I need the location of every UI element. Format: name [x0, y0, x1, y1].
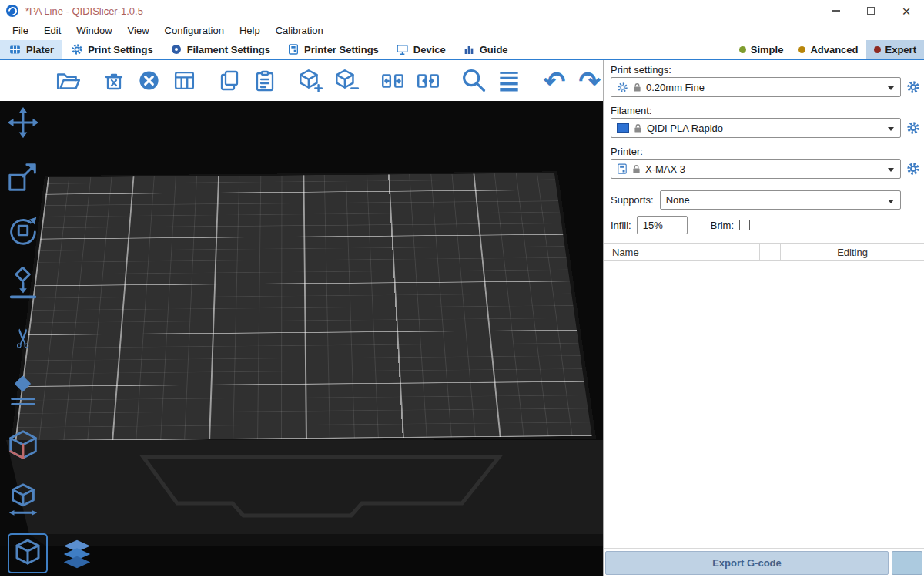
copy-button[interactable] — [216, 66, 243, 96]
menu-configuration[interactable]: Configuration — [157, 22, 232, 40]
tab-bar: Plater Print Settings Filament Settings … — [0, 40, 924, 60]
seam-paint-button[interactable] — [5, 374, 42, 411]
split-parts-button[interactable] — [414, 66, 441, 96]
infill-label: Infill: — [611, 220, 631, 231]
rotate-button[interactable] — [5, 212, 42, 249]
tab-print-settings-label: Print Settings — [88, 44, 153, 55]
printer-label: Printer: — [611, 146, 917, 157]
column-editing-label: Editing — [837, 247, 868, 258]
multimaterial-paint-icon — [5, 428, 41, 464]
device-icon — [396, 43, 409, 56]
split-objects-icon — [380, 68, 406, 94]
minimize-icon — [832, 10, 840, 12]
arrange-button[interactable] — [171, 66, 198, 96]
column-header-editing[interactable]: Editing — [781, 247, 924, 258]
brim-label: Brim: — [711, 220, 734, 231]
mode-advanced[interactable]: Advanced — [791, 40, 865, 59]
tab-guide-label: Guide — [480, 44, 508, 55]
maximize-button[interactable] — [853, 0, 889, 22]
viewport: ↶ ↷ — [0, 60, 603, 576]
mode-advanced-label: Advanced — [810, 44, 858, 55]
minimize-button[interactable] — [818, 0, 853, 22]
filament-label: Filament: — [611, 105, 917, 116]
tab-plater-label: Plater — [26, 44, 54, 55]
lock-icon — [634, 123, 642, 133]
tab-print-settings[interactable]: Print Settings — [62, 40, 162, 59]
filament-combo[interactable]: QIDI PLA Rapido — [611, 118, 901, 138]
column-header-extruder[interactable] — [760, 244, 781, 260]
menu-help[interactable]: Help — [232, 22, 268, 40]
brim-checkbox[interactable] — [739, 220, 750, 230]
3d-canvas[interactable]: ✂ — [0, 101, 603, 576]
search-icon — [460, 66, 487, 96]
multimaterial-paint-button[interactable] — [5, 428, 42, 465]
cut-button[interactable]: ✂ — [5, 320, 42, 357]
mode-simple[interactable]: Simple — [732, 40, 792, 59]
add-instance-icon — [296, 67, 324, 95]
preview-view-button[interactable] — [57, 533, 97, 573]
plater-icon — [8, 43, 22, 56]
split-objects-button[interactable] — [379, 66, 406, 96]
3d-editor-view-button[interactable] — [8, 533, 48, 573]
column-header-name[interactable]: Name — [604, 244, 760, 260]
arrange-grid-icon — [172, 68, 197, 93]
gear-icon — [906, 162, 920, 176]
delete-all-button[interactable] — [136, 66, 162, 96]
measure-button[interactable] — [5, 482, 42, 519]
tab-device-label: Device — [413, 44, 446, 55]
filament-settings-icon — [170, 43, 182, 55]
undo-button[interactable]: ↶ — [541, 66, 568, 96]
tab-guide[interactable]: Guide — [454, 40, 517, 59]
scale-button[interactable] — [5, 158, 42, 195]
copy-icon — [217, 69, 242, 93]
close-icon: × — [902, 4, 910, 18]
variable-layer-height-button[interactable] — [496, 66, 523, 96]
tab-plater[interactable]: Plater — [0, 40, 62, 59]
seam-paint-icon — [5, 375, 41, 410]
title-bar: *PA Line - QIDISlicer-1.0.5 × — [0, 0, 924, 22]
export-options-button[interactable] — [892, 551, 922, 575]
print-settings-gear-button[interactable] — [905, 77, 922, 97]
supports-combo[interactable]: None — [660, 190, 901, 210]
open-project-button[interactable] — [55, 66, 82, 96]
add-instance-button[interactable] — [296, 66, 324, 96]
printer-gear-button[interactable] — [905, 159, 922, 179]
tab-printer-settings[interactable]: Printer Settings — [279, 40, 387, 59]
delete-button[interactable] — [101, 66, 128, 96]
place-on-face-button[interactable] — [5, 266, 42, 303]
mode-expert[interactable]: Expert — [866, 40, 924, 59]
object-list: Name Editing — [604, 243, 924, 548]
mode-selector: Simple Advanced Expert — [732, 40, 924, 59]
print-settings-combo[interactable]: 0.20mm Fine — [611, 77, 901, 97]
tab-device[interactable]: Device — [387, 40, 454, 59]
app-icon — [6, 5, 18, 17]
menu-file[interactable]: File — [5, 22, 36, 40]
menu-bar: File Edit Window View Configuration Help… — [0, 22, 924, 40]
object-list-body[interactable] — [604, 261, 924, 548]
tab-filament-settings[interactable]: Filament Settings — [162, 40, 279, 59]
paste-button[interactable] — [252, 66, 279, 96]
window-title: *PA Line - QIDISlicer-1.0.5 — [25, 5, 143, 17]
menu-window[interactable]: Window — [69, 22, 119, 40]
filament-gear-button[interactable] — [905, 118, 922, 138]
search-button[interactable] — [460, 66, 487, 96]
export-gcode-button[interactable]: Export G-code — [605, 551, 889, 575]
redo-button[interactable]: ↷ — [576, 66, 603, 96]
window-controls: × — [818, 0, 924, 22]
printer-combo[interactable]: X-MAX 3 — [611, 159, 901, 179]
plater-toolbar: ↶ ↷ — [0, 60, 603, 101]
menu-calibration[interactable]: Calibration — [268, 22, 331, 40]
combo-arrow-icon — [888, 86, 894, 93]
lock-icon — [632, 164, 641, 174]
remove-instance-button[interactable] — [333, 66, 360, 96]
move-button[interactable] — [5, 104, 42, 141]
menu-edit[interactable]: Edit — [36, 22, 69, 40]
simple-mode-dot-icon — [739, 46, 746, 53]
tab-filament-settings-label: Filament Settings — [187, 44, 270, 55]
infill-combo[interactable]: 15% — [637, 216, 688, 234]
combo-arrow-icon — [888, 127, 894, 134]
menu-view[interactable]: View — [120, 22, 157, 40]
close-button[interactable]: × — [889, 0, 924, 22]
mode-expert-label: Expert — [886, 44, 916, 55]
variable-layer-height-icon — [496, 68, 522, 94]
